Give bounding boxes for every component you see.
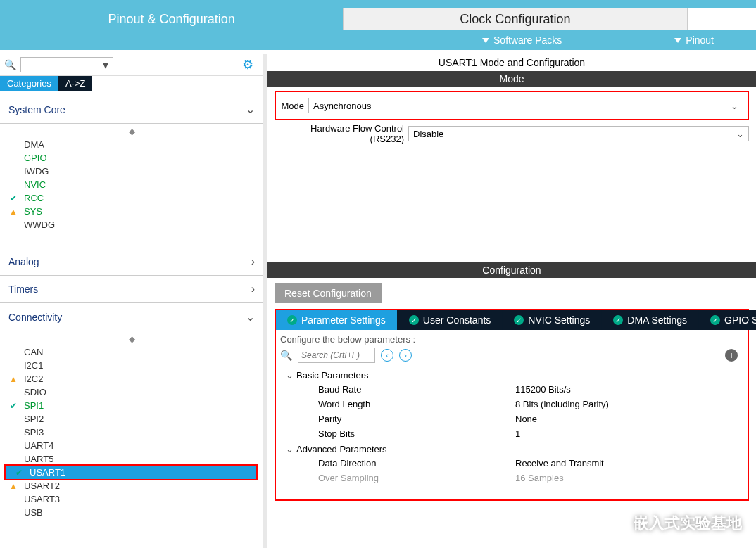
- tree-item-i2c2[interactable]: ▲I2C2: [0, 372, 263, 385]
- tree-item-label: I2C2: [24, 374, 43, 384]
- param-label: Data Direction: [318, 458, 515, 469]
- mode-select[interactable]: Asynchronous ⌄: [308, 98, 743, 113]
- gear-icon[interactable]: ⚙: [242, 57, 253, 72]
- tree-item-can[interactable]: CAN: [0, 345, 263, 359]
- config-tabs: ✓Parameter Settings✓User Constants✓NVIC …: [276, 310, 748, 330]
- cat-tab-az[interactable]: A->Z: [58, 76, 93, 91]
- sort-icon[interactable]: ◆: [0, 334, 263, 344]
- left-panel: 🔍 ▾ ⚙ Categories A->Z System Core ⌄ ◆ DM…: [0, 54, 267, 548]
- check-status-icon: ✔: [8, 193, 18, 203]
- tree-item-usart3[interactable]: USART3: [0, 492, 263, 506]
- watermark-text: 嵌入式实验基地: [634, 513, 742, 534]
- tab-pinout-configuration[interactable]: Pinout & Configuration: [0, 8, 343, 30]
- param-value: 16 Samples: [515, 473, 742, 483]
- param-row[interactable]: Stop Bits1: [282, 426, 742, 441]
- tree-item-usart2[interactable]: ▲USART2: [0, 479, 263, 492]
- tree-item-label: WWDG: [24, 219, 55, 230]
- config-tab-gpio-settings[interactable]: ✓GPIO Settings: [699, 310, 756, 330]
- tree-item-label: SYS: [24, 206, 42, 217]
- config-highlight: ✓Parameter Settings✓User Constants✓NVIC …: [275, 309, 749, 501]
- check-icon: ✓: [409, 315, 419, 325]
- tree-item-label: CAN: [24, 347, 43, 357]
- tree-item-iwdg[interactable]: IWDG: [0, 165, 263, 178]
- sort-icon[interactable]: ◆: [0, 127, 263, 136]
- param-group-label: Basic Parameters: [296, 370, 369, 381]
- tree-item-sys[interactable]: ▲SYS: [0, 205, 263, 218]
- tree-item-nvic[interactable]: NVIC: [0, 178, 263, 191]
- tree-item-label: I2C1: [24, 360, 43, 371]
- params-area: ⌄Basic ParametersBaud Rate115200 Bits/sW…: [276, 367, 748, 499]
- tree-item-usb[interactable]: USB: [0, 506, 263, 519]
- param-row[interactable]: Word Length8 Bits (including Parity): [282, 397, 742, 412]
- group-timers[interactable]: Timers ›: [0, 276, 263, 303]
- category-search-select[interactable]: ▾: [20, 57, 113, 72]
- tree-item-usart1[interactable]: ✔USART1: [6, 466, 256, 479]
- tree-item-uart4[interactable]: UART4: [0, 439, 263, 452]
- check-icon: ✓: [514, 315, 524, 325]
- tree-item-label: SDIO: [24, 387, 46, 397]
- param-group-header[interactable]: ⌄Basic Parameters: [282, 367, 742, 382]
- subtab-label: Software Packs: [493, 34, 562, 46]
- subtab-software-packs[interactable]: Software Packs: [482, 34, 562, 46]
- mode-header: Mode: [267, 71, 756, 87]
- tree-item-sdio[interactable]: SDIO: [0, 385, 263, 399]
- mode-label: Mode: [280, 101, 308, 111]
- prev-match-button[interactable]: ‹: [381, 349, 393, 362]
- tree-item-label: USB: [24, 507, 43, 518]
- config-tab-user-constants[interactable]: ✓User Constants: [398, 310, 503, 330]
- param-row[interactable]: Baud Rate115200 Bits/s: [282, 382, 742, 397]
- reset-config-button[interactable]: Reset Configuration: [275, 283, 382, 303]
- warn-status-icon: ▲: [8, 481, 18, 491]
- param-row[interactable]: Data DirectionReceive and Transmit: [282, 456, 742, 471]
- hwflow-select[interactable]: Disable ⌄: [408, 126, 749, 141]
- mode-section: Mode Asynchronous ⌄ Hardware Flow Contro…: [267, 87, 756, 262]
- tree-item-label: NVIC: [24, 179, 46, 190]
- param-value: None: [515, 414, 742, 424]
- chevron-down-icon: ⌄: [736, 129, 744, 139]
- tab-clock-configuration[interactable]: Clock Configuration: [343, 8, 687, 30]
- tree-item-i2c1[interactable]: I2C1: [0, 359, 263, 372]
- panel-title: USART1 Mode and Configuration: [267, 54, 756, 71]
- param-value: Receive and Transmit: [515, 458, 742, 469]
- mode-row: Mode Asynchronous ⌄: [280, 96, 743, 115]
- config-tab-dma-settings[interactable]: ✓DMA Settings: [602, 310, 699, 330]
- chevron-down-icon: ⌄: [246, 103, 255, 116]
- search-row: 🔍 ▾ ⚙: [0, 54, 263, 76]
- tree-item-gpio[interactable]: GPIO: [0, 151, 263, 165]
- param-label: Baud Rate: [318, 384, 515, 395]
- tree-item-rcc[interactable]: ✔RCC: [0, 191, 263, 205]
- mode-value: Asynchronous: [313, 101, 371, 111]
- group-system-core-body: ◆ DMAGPIOIWDGNVIC✔RCC▲SYSWWDG: [0, 124, 263, 236]
- next-match-button[interactable]: ›: [399, 349, 412, 362]
- param-search-input[interactable]: [298, 348, 375, 363]
- group-connectivity[interactable]: Connectivity ⌄: [0, 303, 263, 331]
- category-tree: System Core ⌄ ◆ DMAGPIOIWDGNVIC✔RCC▲SYSW…: [0, 91, 263, 548]
- wechat-icon: [604, 514, 628, 533]
- param-row[interactable]: Over Sampling16 Samples: [282, 471, 742, 485]
- tree-item-dma[interactable]: DMA: [0, 138, 263, 151]
- group-analog[interactable]: Analog ›: [0, 248, 263, 276]
- warn-status-icon: ▲: [8, 207, 18, 217]
- chevron-down-icon: ⌄: [286, 370, 294, 381]
- tree-item-label: SPI2: [24, 414, 44, 424]
- chevron-down-icon: ⌄: [731, 101, 738, 111]
- config-tab-label: Parameter Settings: [301, 314, 386, 326]
- tree-item-spi1[interactable]: ✔SPI1: [0, 399, 263, 412]
- cat-tab-categories[interactable]: Categories: [0, 76, 58, 91]
- group-system-core[interactable]: System Core ⌄: [0, 96, 263, 124]
- param-group-header[interactable]: ⌄Advanced Parameters: [282, 441, 742, 456]
- config-tab-parameter-settings[interactable]: ✓Parameter Settings: [276, 310, 398, 330]
- tree-item-wwdg[interactable]: WWDG: [0, 218, 263, 231]
- config-tab-label: User Constants: [423, 314, 491, 326]
- tree-item-spi2[interactable]: SPI2: [0, 412, 263, 426]
- selection-highlight: ✔USART1: [4, 464, 258, 480]
- group-label: Connectivity: [8, 312, 62, 323]
- param-row[interactable]: ParityNone: [282, 412, 742, 426]
- chevron-right-icon: ›: [251, 255, 255, 268]
- tree-item-label: RCC: [24, 193, 44, 203]
- info-icon[interactable]: i: [725, 349, 738, 362]
- config-tab-nvic-settings[interactable]: ✓NVIC Settings: [503, 310, 602, 330]
- config-header: Configuration: [267, 262, 756, 278]
- tree-item-spi3[interactable]: SPI3: [0, 426, 263, 439]
- subtab-pinout[interactable]: Pinout: [674, 34, 714, 46]
